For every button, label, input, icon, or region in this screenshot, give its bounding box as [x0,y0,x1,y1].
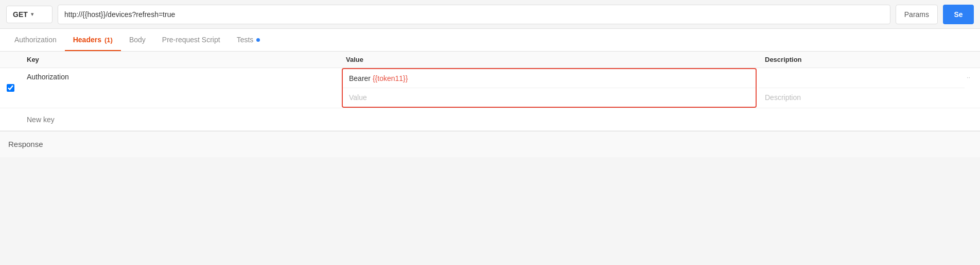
tab-tests-label: Tests [237,36,254,44]
description-col: Description [759,68,965,108]
new-key-row [0,108,980,131]
value-placeholder-text: Value [349,93,367,102]
response-title: Response [8,140,43,148]
tab-body[interactable]: Body [121,29,154,51]
tab-headers-label: Headers [73,36,101,44]
chevron-down-icon: ▾ [31,11,33,17]
header-value-col: Value [340,56,759,63]
value-row-authorization[interactable]: Bearer {{token11}} [343,69,756,88]
row-checkbox[interactable] [7,84,14,92]
tab-headers[interactable]: Headers (1) [65,29,121,51]
header-description-col: Description [759,56,965,63]
tab-tests[interactable]: Tests [229,29,269,51]
top-bar: GET ▾ http://{{host}}/devices?refresh=tr… [0,0,980,29]
tab-tests-dot [256,38,260,42]
new-row-key-cell [21,111,340,128]
new-key-input[interactable] [27,115,334,124]
value-col-container: Bearer {{token11}} Value [340,68,759,108]
row-actions: ·· [965,68,980,86]
url-bar: http://{{host}}/devices?refresh=true [58,5,890,24]
method-selector[interactable]: GET ▾ [6,6,52,23]
tab-authorization-label: Authorization [14,36,57,44]
params-button[interactable]: Params [896,5,938,24]
headers-table: Key Value Description Authorization Bear… [0,52,980,131]
send-button[interactable]: Se [943,5,974,24]
header-key-col: Key [21,56,340,63]
actions-col: ·· [965,68,980,108]
row-key-text: Authorization [27,73,69,81]
tabs-bar: Authorization Headers (1) Body Pre-reque… [0,29,980,52]
table-header-row: Key Value Description [0,52,980,68]
tab-headers-badge: (1) [104,36,113,44]
description-row-authorization[interactable] [759,68,965,88]
row-key-cell: Authorization [21,68,340,108]
url-host-template: {{host}} [82,10,106,19]
value-row-new[interactable]: Value [343,88,756,107]
response-section: Response [0,131,980,157]
tab-prerequest[interactable]: Pre-request Script [154,29,229,51]
method-label: GET [13,10,28,19]
description-placeholder: Description [765,93,801,102]
tab-authorization[interactable]: Authorization [6,29,65,51]
value-template-text: {{token11}} [373,74,408,82]
tab-prerequest-label: Pre-request Script [162,36,220,44]
url-static-part: http:// [64,10,82,19]
row-checkbox-cell [0,68,21,108]
table-row: Authorization Bearer {{token11}} Value D… [0,68,980,108]
url-path-part: /devices?refresh=true [106,10,175,19]
description-row-new[interactable]: Description [759,88,965,108]
value-static-text: Bearer [349,74,373,82]
tab-body-label: Body [129,36,146,44]
value-border-box: Bearer {{token11}} Value [342,68,757,108]
